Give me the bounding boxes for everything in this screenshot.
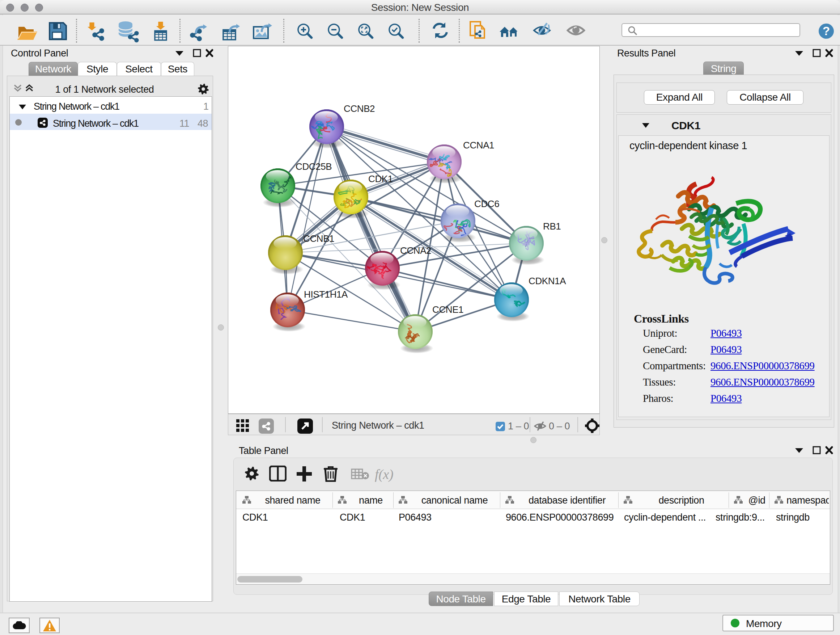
svg-text:CCNB2: CCNB2 — [344, 103, 375, 114]
svg-text:HIST1H1A: HIST1H1A — [304, 289, 348, 300]
svg-text:RB1: RB1 — [543, 221, 561, 232]
svg-text:CCNA1: CCNA1 — [463, 140, 494, 150]
svg-text:CDC25B: CDC25B — [295, 161, 332, 172]
svg-text:CCNA2: CCNA2 — [400, 245, 431, 256]
svg-text:CDKN1A: CDKN1A — [529, 276, 566, 287]
svg-text:CDK1: CDK1 — [368, 173, 393, 184]
svg-text:CCNB1: CCNB1 — [303, 233, 334, 244]
svg-text:CDC6: CDC6 — [474, 198, 499, 209]
svg-text:CCNE1: CCNE1 — [432, 304, 463, 315]
